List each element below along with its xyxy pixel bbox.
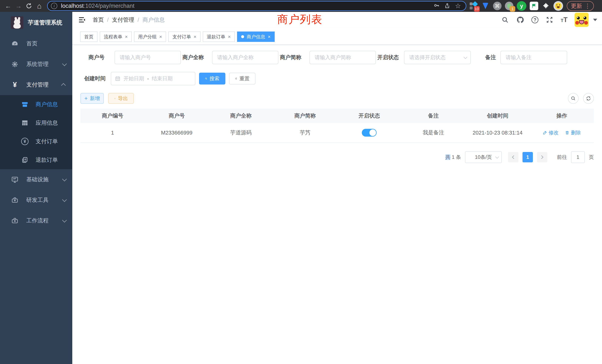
close-icon[interactable]: × — [228, 34, 231, 39]
reload-icon[interactable] — [24, 1, 34, 11]
url-bar[interactable]: i localhost:1024/pay/merchant ☆ — [47, 1, 466, 11]
breadcrumb-home[interactable]: 首页 — [93, 16, 104, 24]
sidebar-item-label: 商户信息 — [36, 101, 72, 108]
search-button[interactable]: 搜索 — [199, 73, 225, 85]
extension-y-icon[interactable]: y — [517, 1, 526, 11]
extensions-puzzle-icon[interactable] — [542, 2, 550, 10]
prev-page-button[interactable] — [508, 152, 518, 162]
home-icon[interactable]: ⌂ — [34, 1, 44, 11]
tab-pay-order[interactable]: 支付订单× — [168, 32, 200, 42]
close-icon[interactable]: × — [159, 34, 162, 39]
browser-update-button[interactable]: 更新 ⋮ — [567, 1, 594, 11]
avatar-caret-icon[interactable] — [593, 19, 597, 21]
back-icon[interactable]: ← — [3, 1, 13, 11]
remark-input[interactable] — [500, 51, 567, 64]
status-toggle[interactable] — [362, 129, 377, 137]
tab-home[interactable]: 首页 — [80, 32, 97, 42]
sidebar-item-system[interactable]: 系统管理 — [0, 54, 72, 75]
chevron-down-icon — [62, 61, 67, 66]
sidebar-item-app-info[interactable]: 应用信息 — [0, 114, 72, 132]
col-header: 创建时间 — [466, 109, 530, 123]
cell-remark: 我是备注 — [401, 123, 465, 143]
github-icon[interactable] — [516, 16, 524, 24]
sidebar-item-label: 支付订单 — [36, 138, 72, 145]
cell-merchant-no: M233666999 — [145, 123, 209, 143]
start-date-placeholder[interactable]: 开始日期 — [123, 75, 144, 82]
edit-pencil-icon — [543, 130, 547, 135]
merchant-no-input[interactable] — [115, 51, 181, 64]
export-button[interactable]: 导出 — [108, 93, 134, 104]
font-size-icon[interactable]: TT — [561, 16, 568, 24]
close-icon[interactable]: × — [268, 34, 271, 39]
refresh-button[interactable] — [583, 93, 594, 104]
forward-icon[interactable]: → — [13, 1, 24, 11]
next-page-button[interactable] — [537, 152, 547, 162]
close-icon[interactable]: × — [194, 34, 196, 39]
goto-page-input[interactable] — [571, 151, 585, 163]
breadcrumb-pay[interactable]: 支付管理 — [112, 16, 134, 24]
sidebar-item-workflow[interactable]: 工作流程 — [0, 210, 72, 231]
extension-tabs-icon[interactable]: 10 — [469, 2, 478, 10]
extension-kite-icon[interactable] — [481, 2, 490, 10]
fullscreen-icon[interactable] — [546, 16, 554, 24]
browser-menu-icon[interactable]: ⋮ — [585, 2, 591, 10]
extension-status-icon[interactable]: 1 — [505, 2, 513, 10]
user-avatar[interactable] — [575, 13, 589, 27]
extension-command-icon[interactable]: ⌘ — [493, 2, 502, 10]
full-name-input[interactable] — [212, 51, 278, 64]
status-select[interactable] — [404, 51, 471, 64]
tab-merchant-info[interactable]: 商户信息× — [237, 32, 275, 42]
sidebar-item-label: 研发工具 — [26, 196, 62, 204]
sidebar-item-devtools[interactable]: 研发工具 — [0, 190, 72, 210]
page-1-button[interactable]: 1 — [523, 152, 533, 162]
profile-avatar-icon[interactable] — [553, 1, 563, 11]
tab-label: 首页 — [84, 34, 93, 40]
tab-process-form[interactable]: 流程表单× — [100, 32, 132, 42]
sidebar-item-infra[interactable]: 基础设施 — [0, 169, 72, 190]
reset-button[interactable]: 重置 — [229, 73, 255, 85]
delete-link[interactable]: 删除 — [565, 129, 581, 136]
tab-label: 退款订单 — [207, 34, 225, 40]
sidebar-item-home[interactable]: 首页 — [0, 33, 72, 54]
date-range-picker[interactable]: 开始日期 - 结束日期 — [111, 72, 195, 85]
page-number: 1 — [526, 154, 529, 160]
site-info-icon[interactable]: i — [51, 3, 57, 9]
status-select-input[interactable] — [404, 51, 471, 64]
sidebar-item-refund-order[interactable]: 退款订单 — [0, 151, 72, 169]
sidebar-item-label: 系统管理 — [26, 60, 62, 68]
tab-refund-order[interactable]: 退款订单× — [203, 32, 235, 42]
sidebar-item-label: 基础设施 — [26, 176, 62, 183]
extension-flag-icon[interactable] — [530, 2, 538, 10]
password-key-icon[interactable] — [432, 1, 441, 10]
search-icon[interactable] — [501, 16, 509, 24]
end-date-placeholder[interactable]: 结束日期 — [152, 75, 172, 82]
filter-status: 开启状态 — [377, 51, 471, 64]
add-button[interactable]: + 新增 — [80, 93, 104, 104]
sidebar-fold-icon[interactable] — [78, 16, 86, 24]
edit-link[interactable]: 修改 — [543, 129, 559, 136]
pagination: 共 1 条 10条/页 1 前往 页 — [80, 151, 594, 163]
url-text[interactable]: localhost:1024/pay/merchant — [61, 3, 430, 9]
close-icon[interactable]: × — [125, 34, 128, 39]
dashboard-icon — [11, 40, 19, 48]
filter-full-name: 商户全称 — [182, 51, 278, 64]
tab-label: 流程表单 — [104, 34, 122, 40]
sidebar-item-merchant-info[interactable]: 商户信息 — [0, 95, 72, 114]
share-icon[interactable] — [443, 1, 452, 10]
sidebar-item-pay-order[interactable]: ¥ 支付订单 — [0, 132, 72, 151]
help-icon[interactable]: ? — [531, 16, 538, 23]
field-label: 开启状态 — [377, 54, 398, 61]
bookmark-star-icon[interactable]: ☆ — [453, 1, 462, 10]
field-label: 商户简称 — [280, 54, 301, 61]
calendar-icon — [115, 76, 120, 81]
app-logo-row[interactable]: 芋道管理系统 — [0, 12, 72, 33]
trash-icon — [565, 130, 569, 135]
show-search-toggle-button[interactable] — [568, 93, 579, 104]
field-label: 商户全称 — [182, 54, 203, 61]
yen-icon: ¥ — [11, 81, 19, 89]
page-size-select[interactable]: 10条/页 — [465, 151, 502, 163]
short-name-input[interactable] — [310, 51, 376, 64]
col-header: 操作 — [530, 109, 594, 123]
tab-user-group[interactable]: 用户分组× — [134, 32, 166, 42]
sidebar-item-pay[interactable]: ¥ 支付管理 — [0, 75, 72, 95]
